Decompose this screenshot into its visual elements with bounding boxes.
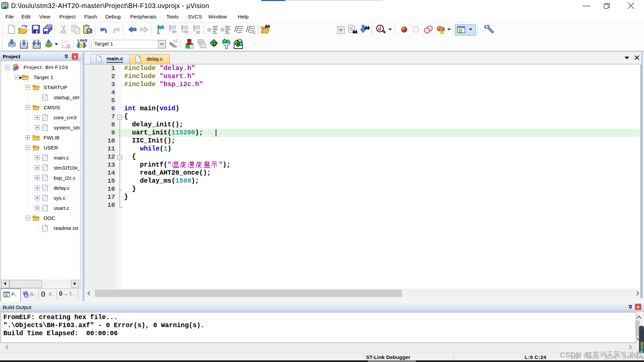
svg-text:?: ?: [26, 294, 28, 298]
svg-text:d: d: [378, 25, 381, 32]
svg-text:s: s: [6, 6, 8, 9]
